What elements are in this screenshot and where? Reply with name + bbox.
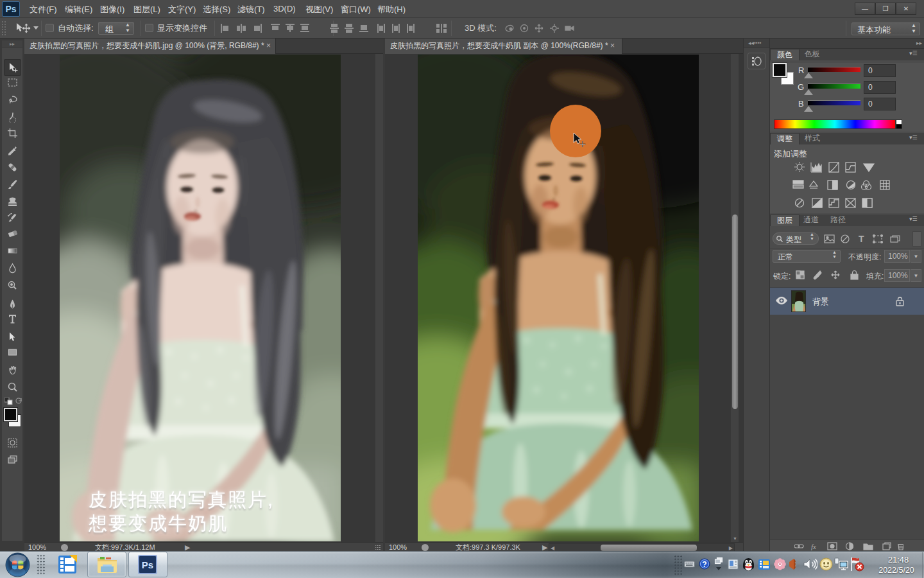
svg-text:?: ? xyxy=(702,560,706,569)
svg-text:fx: fx xyxy=(811,543,816,550)
svg-text:T: T xyxy=(859,234,864,244)
